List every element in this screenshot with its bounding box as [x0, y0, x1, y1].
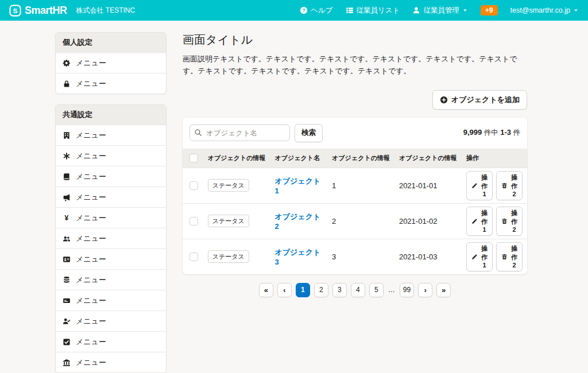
pagination-first-button[interactable]: «: [259, 283, 273, 297]
search-input[interactable]: [189, 125, 290, 141]
edit-button[interactable]: 操作1: [466, 242, 493, 271]
sidebar-item-database[interactable]: メニュー: [56, 269, 166, 290]
sidebar-item-label: メニュー: [76, 151, 106, 161]
edit-button-label: 操作1: [481, 173, 488, 197]
table-row: ステータス オブジェクト2 2 2021-01-02 操作1 操作2: [183, 203, 527, 239]
status-badge: ステータス: [208, 250, 249, 263]
sidebar-item-label: メニュー: [76, 358, 106, 368]
pencil-icon: [471, 218, 478, 224]
col-header-info: オブジェクトの情報: [327, 149, 394, 168]
object-table: オブジェクトの情報 オブジェクト名 オブジェクトの情報 オブジェクトの情報 操作…: [183, 149, 527, 274]
user-icon: [412, 6, 420, 14]
sidebar-item-label: メニュー: [76, 58, 106, 68]
yen-icon: [63, 214, 71, 222]
object-link[interactable]: オブジェクト1: [274, 177, 320, 195]
nav-help[interactable]: ヘルプ: [300, 6, 332, 15]
col-header-name: オブジェクト名: [270, 149, 327, 168]
lock-icon: [63, 80, 71, 88]
sidebar-item-payroll[interactable]: メニュー: [56, 207, 166, 228]
pagination-page-2[interactable]: 2: [314, 283, 328, 297]
sidebar-item-settings[interactable]: メニュー: [56, 52, 166, 73]
row-checkbox[interactable]: [189, 217, 198, 226]
content-area: 個人設定 メニュー メニュー 共通設定 メニュー メニュー: [0, 21, 588, 373]
sidebar-item-book[interactable]: メニュー: [56, 166, 166, 187]
select-all-checkbox[interactable]: [189, 154, 198, 162]
row-checkbox[interactable]: [189, 252, 198, 261]
search-button[interactable]: 検索: [295, 124, 323, 142]
status-badge: ステータス: [208, 215, 249, 227]
edit-button[interactable]: 操作1: [466, 207, 493, 236]
sidebar-item-label: メニュー: [76, 234, 106, 244]
pagination-last-button[interactable]: »: [436, 283, 451, 297]
chevron-down-icon: [462, 7, 468, 13]
sidebar-section-title: 個人設定: [56, 33, 166, 52]
pagination-page-4[interactable]: 4: [351, 283, 365, 297]
delete-button-label: 操作2: [511, 209, 517, 233]
row-checkbox[interactable]: [189, 181, 198, 190]
edit-button[interactable]: 操作1: [466, 171, 493, 200]
sidebar-item-label: メニュー: [76, 254, 106, 265]
table-row: ステータス オブジェクト1 1 2021-01-01 操作1 操作2: [183, 168, 527, 203]
result-total: 9,999: [463, 128, 482, 137]
object-info: 2: [327, 203, 394, 239]
add-object-label: オブジェクトを追加: [451, 95, 520, 105]
nav-employee-list[interactable]: 従業員リスト: [346, 6, 400, 15]
id-card-icon: [63, 255, 71, 263]
pagination-page-1[interactable]: 1: [296, 283, 310, 297]
nav-employee-admin[interactable]: 従業員管理: [412, 6, 468, 15]
sidebar-item-company[interactable]: メニュー: [56, 125, 166, 145]
edit-button-label: 操作1: [481, 209, 488, 233]
pagination-prev-button[interactable]: ‹: [277, 283, 292, 297]
object-link[interactable]: オブジェクト3: [274, 248, 320, 266]
smarthr-logo-icon: [9, 5, 21, 17]
result-range: 1-3: [500, 128, 511, 137]
bank-icon: [63, 359, 71, 367]
sidebar-item-tasks[interactable]: メニュー: [56, 331, 166, 352]
page: SmartHR 株式会社 TESTINC ヘルプ 従業員リスト 従業員管理 +9…: [0, 0, 588, 373]
sidebar-item-label: メニュー: [76, 192, 106, 203]
sidebar-item-cardtext[interactable]: メニュー: [56, 290, 166, 310]
sidebar-item-asterisk[interactable]: メニュー: [56, 145, 166, 166]
sidebar: 個人設定 メニュー メニュー 共通設定 メニュー メニュー: [55, 32, 167, 373]
sidebar-item-label: メニュー: [76, 79, 106, 89]
sidebar-section-title: 共通設定: [56, 105, 166, 125]
database-icon: [63, 276, 71, 284]
sidebar-section-common: 共通設定 メニュー メニュー メニュー メニュー: [55, 104, 167, 373]
brand[interactable]: SmartHR: [9, 5, 67, 17]
pagination-next-button[interactable]: ›: [418, 283, 432, 297]
pagination-ellipsis: …: [388, 286, 396, 294]
delete-button[interactable]: 操作2: [496, 171, 523, 200]
sidebar-item-label: メニュー: [76, 275, 106, 285]
sidebar-item-members[interactable]: メニュー: [56, 228, 166, 248]
sidebar-item-security[interactable]: メニュー: [56, 73, 166, 94]
object-date: 2021-01-03: [394, 239, 462, 274]
table-header-row: オブジェクトの情報 オブジェクト名 オブジェクトの情報 オブジェクトの情報 操作: [183, 149, 527, 168]
pencil-icon: [471, 254, 478, 260]
account-email: test@smarthr.co.jp: [510, 6, 570, 14]
pagination: « ‹ 1 2 3 4 5 … 99 › »: [183, 283, 527, 297]
sidebar-item-usercheck[interactable]: メニュー: [56, 310, 166, 331]
sidebar-item-label: メニュー: [76, 316, 106, 327]
object-toolbar: オブジェクトを追加: [183, 90, 527, 110]
user-check-icon: [63, 317, 71, 325]
delete-button[interactable]: 操作2: [496, 242, 523, 271]
nav-help-label: ヘルプ: [311, 6, 332, 15]
edit-button-label: 操作1: [481, 244, 488, 269]
notification-badge[interactable]: +9: [481, 5, 498, 15]
object-link[interactable]: オブジェクト2: [274, 212, 320, 231]
delete-button[interactable]: 操作2: [496, 207, 523, 236]
pagination-page-3[interactable]: 3: [332, 283, 347, 297]
page-description: 画面説明テキストです。テキストです。テキストです。テキストです。テキストです。テ…: [183, 53, 527, 77]
object-info: 1: [327, 168, 394, 203]
account-menu[interactable]: test@smarthr.co.jp: [510, 6, 579, 14]
sidebar-item-announce[interactable]: メニュー: [56, 187, 166, 207]
pagination-page-99[interactable]: 99: [400, 283, 414, 297]
nav-employee-admin-label: 従業員管理: [423, 6, 459, 15]
sidebar-item-idcard[interactable]: メニュー: [56, 248, 166, 269]
trash-icon: [501, 182, 508, 189]
result-range-unit: 件: [511, 129, 520, 137]
pagination-page-5[interactable]: 5: [369, 283, 384, 297]
add-object-button[interactable]: オブジェクトを追加: [432, 90, 527, 110]
sidebar-item-bank[interactable]: メニュー: [56, 352, 166, 372]
col-header-actions: 操作: [462, 149, 527, 168]
